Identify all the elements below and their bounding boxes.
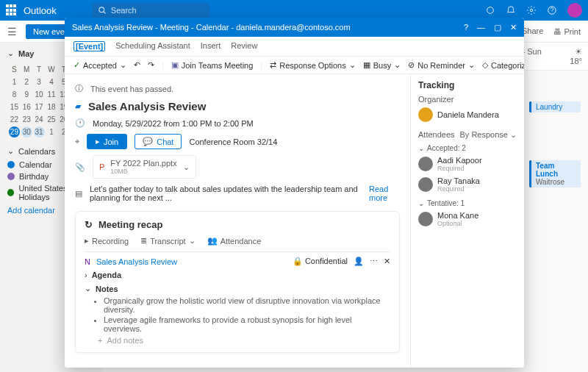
info-icon: ⓘ bbox=[75, 83, 83, 94]
chat-button[interactable]: 💬 Chat bbox=[135, 134, 182, 149]
attendee[interactable]: Mona KaneOptional bbox=[418, 209, 517, 229]
meeting-title: Sales Analysis Review bbox=[88, 100, 206, 112]
note-bullet: Leverage agile frameworks to provide a r… bbox=[104, 315, 390, 333]
categorize-button[interactable]: ◇ Categorize ⌄ bbox=[482, 60, 524, 70]
organizer-name: Daniela Mandera bbox=[437, 110, 499, 119]
svg-point-2 bbox=[530, 9, 533, 12]
print-button[interactable]: 🖶 Print bbox=[553, 27, 581, 36]
minimize-icon[interactable]: — bbox=[477, 23, 485, 32]
agenda-heading: Agenda bbox=[92, 271, 121, 279]
attendees-label: Attendees bbox=[418, 130, 455, 140]
user-avatar[interactable] bbox=[567, 3, 582, 18]
meeting-recap-panel: ↻Meeting recap ▸ Recording ≣ Transcript … bbox=[75, 211, 400, 353]
organizer-label: Organizer bbox=[418, 95, 517, 104]
more-icon[interactable]: ⋯ bbox=[370, 257, 378, 266]
tab-insert[interactable]: Insert bbox=[201, 41, 221, 51]
forward-icon[interactable]: ↷ bbox=[148, 60, 154, 70]
recording-tab[interactable]: ▸ Recording bbox=[85, 236, 129, 246]
busy-button[interactable]: ▦ Busy ⌄ bbox=[363, 60, 401, 70]
accepted-group: Accepted: 2 bbox=[427, 144, 466, 152]
svg-point-1 bbox=[487, 7, 494, 14]
tab-event[interactable]: [Event] bbox=[74, 41, 105, 51]
attachment-icon: 📎 bbox=[75, 162, 85, 172]
month-label: May bbox=[18, 49, 34, 58]
share-icon[interactable]: 👤 bbox=[354, 257, 364, 266]
onenote-icon: N bbox=[85, 257, 90, 266]
chevron-right-icon[interactable]: › bbox=[85, 271, 87, 279]
location-icon: ⌖ bbox=[75, 137, 79, 146]
brand-label: Outlook bbox=[24, 5, 57, 16]
reply-icon[interactable]: ↶ bbox=[134, 60, 140, 70]
event-passed-notice: This event has passed. bbox=[90, 85, 173, 93]
event-chip[interactable]: Team Lunch Waitrose bbox=[529, 160, 581, 187]
tab-review[interactable]: Review bbox=[231, 41, 257, 51]
help-icon[interactable] bbox=[547, 5, 557, 15]
teams-icon[interactable] bbox=[485, 5, 495, 15]
attachment-chip[interactable]: P FY 2022 Plan.pptx10MB ⌄ bbox=[93, 155, 196, 179]
calendars-heading: Calendars bbox=[18, 147, 55, 156]
recap-title-link[interactable]: Sales Analysis Review bbox=[96, 257, 177, 266]
clock-icon: 🕐 bbox=[75, 118, 85, 128]
teams-meeting-button[interactable]: ▣Join Teams Meeting bbox=[171, 60, 254, 70]
search-placeholder: Search bbox=[111, 6, 137, 15]
chevron-down-icon[interactable]: ⌄ bbox=[418, 144, 424, 152]
app-launcher-icon[interactable] bbox=[6, 4, 18, 16]
meeting-modal: Sales Analysis Review - Meeting - Calend… bbox=[65, 18, 524, 368]
settings-icon[interactable] bbox=[526, 5, 537, 15]
tracking-heading: Tracking bbox=[418, 80, 517, 90]
modal-title: Sales Analysis Review - Meeting - Calend… bbox=[72, 23, 351, 32]
chevron-down-icon[interactable]: ⌄ bbox=[183, 162, 190, 172]
attendee[interactable]: Ray TanakaRequired bbox=[418, 174, 517, 195]
add-notes-button[interactable]: + Add notes bbox=[98, 336, 390, 345]
accepted-button[interactable]: ✓Accepted ⌄ bbox=[74, 60, 126, 70]
chevron-down-icon[interactable]: ⌄ bbox=[7, 146, 14, 156]
chevron-down-icon[interactable]: ⌄ bbox=[7, 49, 14, 58]
attendance-tab[interactable]: 👥 Attendance bbox=[207, 236, 262, 246]
search-input[interactable]: Search bbox=[92, 3, 209, 18]
meeting-time: Monday, 5/29/2022 from 1:00 PM to 2:00 P… bbox=[93, 119, 254, 128]
tentative-group: Tentative: 1 bbox=[427, 199, 465, 207]
search-icon bbox=[98, 6, 107, 15]
by-response-dropdown[interactable]: By Response ⌄ bbox=[460, 130, 517, 140]
meeting-description: Let's gather today to talk about sales u… bbox=[90, 185, 362, 202]
notifications-icon[interactable] bbox=[506, 5, 516, 15]
join-button[interactable]: ▸ Join bbox=[87, 134, 127, 149]
notes-heading: Notes bbox=[96, 285, 118, 293]
tab-scheduling[interactable]: Scheduling Assistant bbox=[115, 41, 190, 51]
chevron-down-icon[interactable]: ⌄ bbox=[85, 284, 91, 293]
read-more-link[interactable]: Read more bbox=[369, 185, 400, 202]
maximize-icon[interactable]: ▢ bbox=[494, 23, 501, 32]
room-label: Conference Room 32/14 bbox=[189, 137, 277, 146]
attendee[interactable]: Aadi KapoorRequired bbox=[418, 154, 517, 174]
menu-icon[interactable]: ☰ bbox=[7, 26, 17, 37]
reminder-button[interactable]: ⊘ No Reminder ⌄ bbox=[408, 60, 475, 70]
response-options-button[interactable]: ⇄ Response Options ⌄ bbox=[270, 60, 356, 70]
close-icon[interactable]: ✕ bbox=[384, 257, 390, 266]
confidential-badge: 🔒 Confidential bbox=[293, 257, 348, 266]
chevron-down-icon[interactable]: ⌄ bbox=[418, 199, 424, 207]
close-icon[interactable]: ✕ bbox=[510, 23, 517, 32]
briefcase-icon: ▰ bbox=[75, 101, 81, 111]
recap-heading: Meeting recap bbox=[98, 219, 162, 230]
event-chip[interactable]: Laundry bbox=[529, 101, 581, 112]
note-bullet: Organically grow the holistic world view… bbox=[104, 296, 390, 314]
help-icon[interactable]: ? bbox=[464, 23, 468, 32]
recap-icon: ↻ bbox=[85, 219, 93, 230]
transcript-tab[interactable]: ≣ Transcript ⌄ bbox=[140, 236, 196, 246]
notes-icon: ▤ bbox=[75, 189, 82, 198]
svg-point-0 bbox=[99, 7, 104, 12]
